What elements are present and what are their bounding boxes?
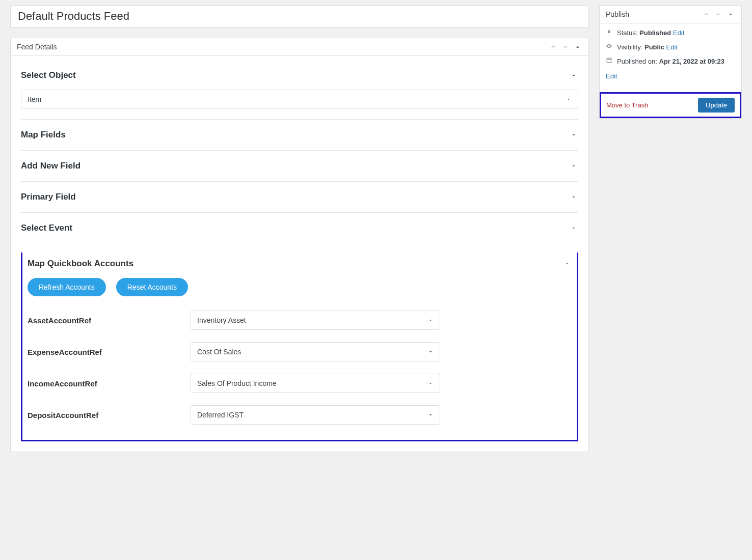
income-account-ref-select[interactable]: Sales Of Product Income [191, 374, 440, 393]
status-label: Status: [617, 29, 637, 37]
field-row-asset: AssetAccountRef Inventory Asset [28, 311, 572, 330]
panel-up-icon[interactable] [549, 42, 558, 51]
published-value: Apr 21, 2022 at 09:23 [659, 58, 724, 65]
section-map-fields: Map Fields [21, 119, 578, 150]
publish-title: Publish [606, 10, 629, 18]
expense-account-ref-select[interactable]: Cost Of Sales [191, 342, 440, 361]
visibility-label: Visibility: [617, 43, 642, 51]
published-line: Published on: Apr 21, 2022 at 09:23 Edit [606, 57, 735, 80]
pin-icon [606, 29, 613, 35]
section-add-new-field: Add New Field [21, 150, 578, 181]
section-title: Map Quickbook Accounts [28, 259, 133, 269]
panel-collapse-icon[interactable] [726, 10, 735, 19]
published-label: Published on: [617, 58, 657, 65]
select-object-dropdown[interactable]: Item [21, 90, 578, 109]
asset-account-ref-select[interactable]: Inventory Asset [191, 311, 440, 330]
refresh-accounts-button[interactable]: Refresh Accounts [28, 278, 106, 296]
field-row-deposit: DepositAccountRef Deferred IGST [28, 405, 572, 425]
section-select-object-head[interactable]: Select Object [21, 70, 578, 80]
published-edit-link[interactable]: Edit [606, 72, 617, 80]
status-edit-link[interactable]: Edit [673, 29, 684, 37]
section-title: Map Fields [21, 130, 66, 140]
section-title: Select Object [21, 70, 76, 80]
field-row-income: IncomeAccountRef Sales Of Product Income [28, 374, 572, 393]
panel-collapse-icon[interactable] [573, 42, 582, 51]
visibility-line: Visibility: Public Edit [606, 43, 735, 52]
section-select-event-head[interactable]: Select Event [21, 223, 578, 233]
update-button[interactable]: Update [698, 98, 735, 113]
panel-down-icon[interactable] [561, 42, 570, 51]
post-title-input[interactable] [10, 5, 589, 27]
caret-up-icon [569, 71, 578, 80]
feed-details-panel: Feed Details Select Object Item [10, 38, 589, 452]
feed-details-title: Feed Details [17, 43, 57, 51]
field-row-expense: ExpenseAccountRef Cost Of Sales [28, 342, 572, 361]
visibility-edit-link[interactable]: Edit [666, 43, 678, 51]
panel-up-icon[interactable] [702, 10, 711, 19]
visibility-value: Public [644, 43, 664, 51]
publish-panel: Publish Status: Published Edit [599, 5, 742, 119]
svg-marker-0 [576, 46, 579, 48]
caret-down-icon [569, 130, 578, 139]
section-title: Add New Field [21, 161, 80, 171]
caret-down-icon [569, 223, 578, 233]
expense-account-ref-label: ExpenseAccountRef [28, 348, 191, 356]
section-select-event: Select Event [21, 212, 578, 243]
deposit-account-ref-select[interactable]: Deferred IGST [191, 405, 440, 425]
caret-up-icon [562, 259, 572, 268]
publish-actions: Move to Trash Update [600, 92, 741, 118]
publish-header: Publish [600, 6, 741, 23]
section-primary-field-head[interactable]: Primary Field [21, 192, 578, 202]
status-value: Published [639, 29, 671, 37]
status-line: Status: Published Edit [606, 29, 735, 38]
deposit-account-ref-label: DepositAccountRef [28, 411, 191, 419]
feed-details-header: Feed Details [11, 38, 588, 56]
section-title: Select Event [21, 223, 72, 233]
section-map-quickbook-accounts: Map Quickbook Accounts Refresh Accounts … [21, 253, 578, 441]
section-select-object: Select Object Item [21, 60, 578, 119]
income-account-ref-label: IncomeAccountRef [28, 379, 191, 388]
calendar-icon [606, 57, 613, 64]
section-title: Primary Field [21, 192, 76, 202]
caret-down-icon [569, 192, 578, 202]
eye-icon [606, 43, 613, 49]
section-add-new-field-head[interactable]: Add New Field [21, 161, 578, 171]
reset-accounts-button[interactable]: Reset Accounts [116, 278, 188, 296]
section-primary-field: Primary Field [21, 181, 578, 212]
asset-account-ref-label: AssetAccountRef [28, 316, 191, 325]
caret-down-icon [569, 161, 578, 171]
section-map-qb-head[interactable]: Map Quickbook Accounts [28, 259, 572, 269]
move-to-trash-link[interactable]: Move to Trash [606, 101, 648, 109]
section-map-fields-head[interactable]: Map Fields [21, 130, 578, 140]
svg-marker-1 [729, 13, 732, 15]
panel-down-icon[interactable] [714, 10, 723, 19]
